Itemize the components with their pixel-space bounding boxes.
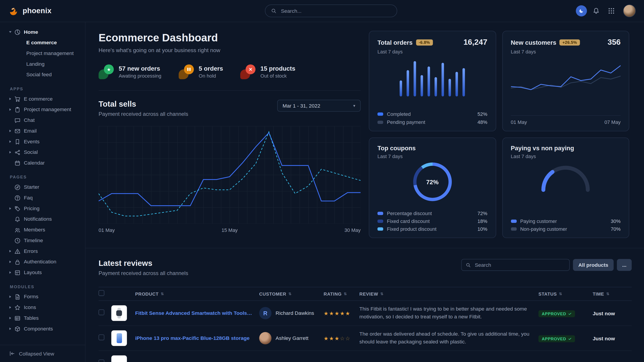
total-sells-chart-area: [99, 126, 361, 224]
main-content: Ecommerce Dashboard Here's what's going …: [86, 22, 644, 362]
column-time[interactable]: TIME⇅: [593, 291, 630, 296]
sidebar-item-layouts[interactable]: Layouts: [0, 267, 85, 278]
bar: [449, 79, 451, 96]
sidebar-item-social[interactable]: Social: [0, 147, 85, 158]
sidebar-item-landing[interactable]: Landing: [0, 58, 85, 69]
card-title: New customers: [511, 39, 556, 46]
sidebar-item-icons[interactable]: Icons: [0, 302, 85, 313]
apps-grid-button[interactable]: [605, 5, 617, 17]
caret-right-icon: [10, 207, 11, 210]
card-title: Total orders: [378, 39, 413, 46]
caret-right-icon: [10, 296, 11, 298]
star-icon: ☆: [345, 335, 351, 342]
star-icon: ★: [324, 335, 329, 342]
total-orders-card: Total orders -6.8% 16,247 Last 7 days Co…: [369, 31, 496, 131]
sidebar-item-notifications[interactable]: Notifications: [0, 214, 85, 225]
global-search-input[interactable]: [280, 7, 391, 14]
caret-right-icon: [10, 98, 11, 100]
star-icon: ★: [334, 310, 340, 317]
column-customer[interactable]: CUSTOMER⇅: [259, 291, 324, 296]
caret-right-icon: [10, 130, 11, 132]
user-avatar[interactable]: [623, 4, 636, 17]
reviews-search-input[interactable]: [474, 262, 565, 268]
collapse-sidebar-button[interactable]: Collapsed View: [0, 345, 85, 362]
brand[interactable]: phoenix: [8, 5, 86, 16]
clipboard-icon: [14, 106, 20, 113]
moon-icon: [579, 8, 584, 14]
column-status[interactable]: STATUS⇅: [538, 291, 592, 296]
caret-right-icon: [10, 306, 11, 309]
status-badge: APPROVED: [538, 335, 575, 342]
cross-badge-icon: ×: [240, 64, 256, 80]
new-customers-chart: [511, 61, 620, 103]
row-checkbox[interactable]: [99, 310, 104, 315]
product-link[interactable]: iPhone 13 pro max-Pacific Blue-128GB sto…: [135, 335, 259, 341]
row-checkbox[interactable]: [99, 360, 104, 362]
legend-bullet: [378, 120, 383, 124]
sidebar-item-ecommerce-dashboard[interactable]: E commerce: [0, 37, 85, 48]
total-sells-chart: [99, 126, 361, 224]
customer-name: Ashley Garrett: [276, 335, 308, 341]
reviews-search[interactable]: [461, 259, 570, 271]
product-link[interactable]: Fitbit Sense Advanced Smartwatch with To…: [135, 310, 259, 316]
star-outline-icon: [14, 304, 20, 311]
smartwatch-image: [118, 308, 121, 319]
card-period: Last 7 days: [511, 153, 620, 159]
select-all-checkbox[interactable]: [99, 290, 104, 296]
sidebar-item-email[interactable]: Email: [0, 126, 85, 136]
column-review[interactable]: REVIEW⇅: [359, 291, 538, 296]
global-search[interactable]: [265, 4, 397, 17]
stat-desc: Awating processing: [118, 73, 161, 79]
top-coupons-donut: 72%: [413, 163, 452, 201]
users-icon: [14, 227, 20, 233]
legend-item: Pending payment 48%: [378, 119, 487, 125]
row-checkbox[interactable]: [99, 335, 104, 340]
legend-bullet: [511, 227, 516, 231]
sidebar-item-events[interactable]: Events: [0, 136, 85, 147]
sidebar-item-project-management-dashboard[interactable]: Project management: [0, 48, 85, 59]
sidebar-item-ecommerce-app[interactable]: E commerce: [0, 93, 85, 104]
theme-toggle-button[interactable]: [576, 5, 587, 16]
caret-spacer: [10, 162, 11, 164]
sidebar-item-faq[interactable]: Faq: [0, 193, 85, 203]
customers-line-comparison: [511, 76, 620, 90]
sidebar-item-members[interactable]: Members: [0, 225, 85, 235]
star-badge-icon: ★: [99, 64, 114, 80]
sidebar-item-home[interactable]: Home: [0, 27, 85, 37]
legend-bullet: [378, 212, 383, 215]
sidebar-item-project-management-app[interactable]: Project management: [0, 104, 85, 115]
sidebar-item-chat[interactable]: Chat: [0, 115, 85, 126]
column-rating[interactable]: RATING⇅: [324, 291, 359, 296]
customers-line-current: [511, 65, 620, 90]
notifications-button[interactable]: [590, 5, 602, 17]
stat-orders-on-hold: 5 orders On hold: [178, 64, 223, 80]
sidebar-item-errors[interactable]: Errors: [0, 246, 85, 257]
caret-spacer: [10, 119, 11, 121]
card-value: 16,247: [464, 38, 487, 47]
product-thumbnail: [111, 331, 127, 346]
sidebar-item-forms[interactable]: Forms: [0, 291, 85, 302]
caret-right-icon: [10, 328, 11, 330]
legend-item: Fixed card discount 18%: [378, 218, 487, 224]
stat-desc: On hold: [199, 73, 223, 79]
phoenix-logo-icon: [8, 5, 19, 16]
column-product[interactable]: PRODUCT⇅: [135, 291, 259, 296]
sidebar-item-timeline[interactable]: Timeline: [0, 235, 85, 246]
sidebar-item-authentication[interactable]: Authentication: [0, 257, 85, 267]
sidebar-item-tables[interactable]: Tables: [0, 313, 85, 324]
sidebar-item-social-feed[interactable]: Social feed: [0, 69, 85, 80]
total-sells-title: Total sells: [99, 100, 188, 109]
sidebar-item-starter[interactable]: Starter: [0, 182, 85, 193]
brand-name: phoenix: [22, 6, 52, 15]
more-options-button[interactable]: ...: [617, 259, 632, 271]
bar: [421, 75, 423, 97]
stat-new-orders: ★ 57 new orders Awating processing: [99, 64, 162, 80]
sidebar-item-components[interactable]: Components: [0, 323, 85, 334]
customer-avatar: R: [259, 307, 272, 319]
all-products-button[interactable]: All products: [573, 259, 614, 271]
sidebar-item-pricing[interactable]: Pricing: [0, 203, 85, 214]
sidebar-item-calendar[interactable]: Calendar: [0, 158, 85, 168]
stats-row: ★ 57 new orders Awating processing: [99, 64, 361, 90]
date-range-select[interactable]: Mar 1 - 31, 2022 ▾: [277, 100, 361, 112]
search-icon: [271, 8, 276, 14]
